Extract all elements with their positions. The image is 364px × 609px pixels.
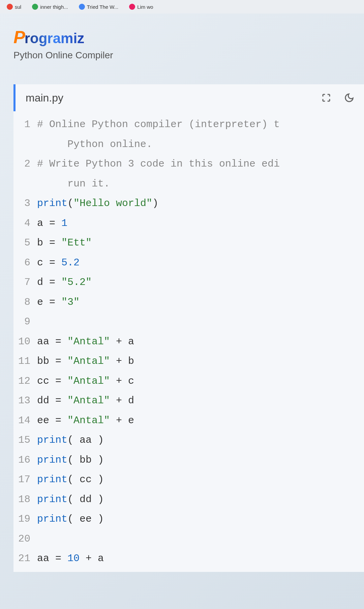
code-line: 11bb = "Antal" + b [13,351,364,371]
code-line: run it. [13,174,364,194]
tab-label: inner thigh... [40,4,68,10]
line-number: 14 [13,411,37,431]
line-content: print("Hello world") [37,194,364,213]
page-subtitle: Python Online Compiler [13,50,351,61]
code-line: 2# Write Python 3 code in this online ed… [13,154,364,174]
line-content: print( dd ) [37,490,364,510]
line-content: bb = "Antal" + b [37,351,364,371]
line-number: 19 [13,509,37,529]
tab-favicon-icon [79,4,85,10]
tab-favicon-icon [32,4,38,10]
tab-favicon-icon [7,4,13,10]
line-number: 1 [13,115,37,135]
code-line: 3print("Hello world") [13,194,364,213]
line-content: # Online Python compiler (interpreter) t [37,115,364,135]
expand-icon [321,93,331,103]
line-number: 10 [13,332,37,352]
logo-letter-p: P [13,27,25,47]
code-editor[interactable]: 1# Online Python compiler (interpreter) … [13,111,364,572]
line-content: aa = 10 + a [37,549,364,569]
theme-button[interactable] [341,90,357,106]
code-line: 4a = 1 [13,213,364,233]
logo: P rogramiz [13,27,351,47]
line-number: 17 [13,470,37,490]
line-content: b = "Ett" [37,233,364,253]
line-number: 20 [13,529,37,549]
page-header: P rogramiz Python Online Compiler [0,13,364,67]
code-line: 13dd = "Antal" + d [13,391,364,411]
line-content: print( aa ) [37,430,364,450]
code-line: 1# Online Python compiler (interpreter) … [13,115,364,135]
line-content: aa = "Antal" + a [37,332,364,352]
code-line: 9 [13,312,364,332]
line-content: c = 5.2 [37,253,364,273]
line-content: run it. [37,174,364,194]
line-number: 11 [13,351,37,371]
tab-label: sul [15,4,21,10]
browser-tab[interactable]: Tried The W... [75,2,122,12]
line-content: print( bb ) [37,450,364,470]
tab-favicon-icon [129,4,135,10]
browser-tabs: sul inner thigh... Tried The W... Lim wo [0,0,364,13]
code-line: 16print( bb ) [13,450,364,470]
code-line: 19print( ee ) [13,509,364,529]
code-line: 8e = "3" [13,292,364,312]
line-number: 9 [13,312,37,332]
line-content: print( ee ) [37,509,364,529]
logo-text: rogramiz [25,30,84,47]
tab-label: Tried The W... [87,4,118,10]
code-line: 21aa = 10 + a [13,549,364,569]
code-line: 10aa = "Antal" + a [13,332,364,352]
line-number: 18 [13,490,37,510]
code-line: 14ee = "Antal" + e [13,411,364,431]
line-content: d = "5.2" [37,272,364,292]
line-number: 8 [13,292,37,312]
line-number: 15 [13,430,37,450]
editor-container: main.py 1# Online Python compiler (inter… [13,84,364,572]
line-content: # Write Python 3 code in this online edi [37,154,364,174]
line-number: 6 [13,253,37,273]
line-content: dd = "Antal" + d [37,391,364,411]
line-number: 3 [13,194,37,213]
line-number: 5 [13,233,37,253]
code-line: 20 [13,529,364,549]
editor-header: main.py [13,84,364,111]
code-line: 6c = 5.2 [13,253,364,273]
browser-tab[interactable]: inner thigh... [28,2,72,12]
expand-button[interactable] [318,90,334,106]
line-content: Python online. [37,135,364,154]
line-content: cc = "Antal" + c [37,371,364,391]
line-number: 21 [13,549,37,569]
code-line: 12cc = "Antal" + c [13,371,364,391]
code-line: 17print( cc ) [13,470,364,490]
editor-actions [318,90,357,106]
line-number: 7 [13,272,37,292]
line-content: ee = "Antal" + e [37,411,364,431]
line-number: 2 [13,154,37,174]
line-content: e = "3" [37,292,364,312]
browser-tab[interactable]: sul [3,2,25,12]
code-line: 7d = "5.2" [13,272,364,292]
code-line: Python online. [13,135,364,154]
code-line: 15print( aa ) [13,430,364,450]
moon-icon [344,93,354,103]
line-content: a = 1 [37,213,364,233]
line-number: 16 [13,450,37,470]
line-number: 12 [13,371,37,391]
tab-label: Lim wo [137,4,153,10]
code-line: 5b = "Ett" [13,233,364,253]
browser-tab[interactable]: Lim wo [125,2,157,12]
line-number: 13 [13,391,37,411]
code-line: 18print( dd ) [13,490,364,510]
line-content: print( cc ) [37,470,364,490]
line-number: 4 [13,213,37,233]
filename: main.py [26,92,63,104]
